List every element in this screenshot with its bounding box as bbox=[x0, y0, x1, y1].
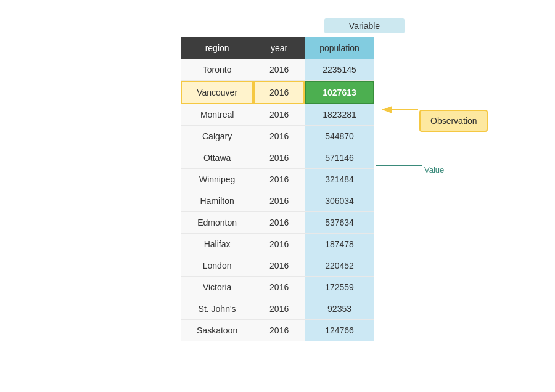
value-label: Value bbox=[424, 165, 444, 174]
header-year: year bbox=[253, 37, 305, 59]
page-container: Variable region year population Toronto2… bbox=[12, 12, 543, 341]
table-row: Toronto20162235145 bbox=[181, 59, 374, 81]
cell-year: 2016 bbox=[253, 59, 305, 81]
cell-year: 2016 bbox=[253, 255, 305, 277]
cell-year: 2016 bbox=[253, 234, 305, 255]
cell-year: 2016 bbox=[253, 212, 305, 234]
header-region: region bbox=[181, 37, 253, 59]
cell-region: London bbox=[181, 255, 253, 277]
cell-region: Vancouver bbox=[181, 81, 253, 104]
cell-region: Toronto bbox=[181, 59, 253, 81]
table-row: London2016220452 bbox=[181, 255, 374, 277]
cell-year: 2016 bbox=[253, 104, 305, 126]
table-row: Ottawa2016571146 bbox=[181, 147, 374, 169]
table-row: Edmonton2016537634 bbox=[181, 212, 374, 234]
cell-population: 2235145 bbox=[305, 59, 374, 81]
cell-population: 124766 bbox=[305, 320, 374, 341]
cell-population: 537634 bbox=[305, 212, 374, 234]
cell-population: 1027613 bbox=[305, 81, 374, 104]
cell-population: 92353 bbox=[305, 298, 374, 320]
cell-population: 187478 bbox=[305, 234, 374, 255]
table-row: Halifax2016187478 bbox=[181, 234, 374, 255]
table-row: St. John's201692353 bbox=[181, 298, 374, 320]
cell-population: 172559 bbox=[305, 277, 374, 298]
cell-year: 2016 bbox=[253, 126, 305, 147]
cell-region: Saskatoon bbox=[181, 320, 253, 341]
cell-region: Ottawa bbox=[181, 147, 253, 169]
table-row: Hamilton2016306034 bbox=[181, 190, 374, 212]
cell-population: 321484 bbox=[305, 169, 374, 190]
cell-region: Calgary bbox=[181, 126, 253, 147]
variable-label: Variable bbox=[324, 18, 405, 33]
table-row: Victoria2016172559 bbox=[181, 277, 374, 298]
cell-population: 220452 bbox=[305, 255, 374, 277]
observation-label: Observation bbox=[419, 110, 488, 132]
cell-year: 2016 bbox=[253, 81, 305, 104]
table-wrapper: Variable region year population Toronto2… bbox=[12, 18, 543, 341]
cell-year: 2016 bbox=[253, 147, 305, 169]
cell-year: 2016 bbox=[253, 277, 305, 298]
cell-region: Montreal bbox=[181, 104, 253, 126]
cell-population: 306034 bbox=[305, 190, 374, 212]
table-row: Saskatoon2016124766 bbox=[181, 320, 374, 341]
table-row: Montreal20161823281 bbox=[181, 104, 374, 126]
cell-region: Halifax bbox=[181, 234, 253, 255]
table-row: Calgary2016544870 bbox=[181, 126, 374, 147]
cell-region: St. John's bbox=[181, 298, 253, 320]
cell-region: Edmonton bbox=[181, 212, 253, 234]
cell-region: Victoria bbox=[181, 277, 253, 298]
cell-region: Winnipeg bbox=[181, 169, 253, 190]
cell-year: 2016 bbox=[253, 298, 305, 320]
header-population: population bbox=[305, 37, 374, 59]
cell-year: 2016 bbox=[253, 320, 305, 341]
cell-population: 571146 bbox=[305, 147, 374, 169]
table-row: Winnipeg2016321484 bbox=[181, 169, 374, 190]
table-header-row: region year population bbox=[181, 37, 374, 59]
cell-region: Hamilton bbox=[181, 190, 253, 212]
cell-population: 1823281 bbox=[305, 104, 374, 126]
cell-population: 544870 bbox=[305, 126, 374, 147]
cell-year: 2016 bbox=[253, 169, 305, 190]
cell-year: 2016 bbox=[253, 190, 305, 212]
table-row: Vancouver20161027613 bbox=[181, 81, 374, 104]
data-table: region year population Toronto2016223514… bbox=[181, 37, 374, 341]
